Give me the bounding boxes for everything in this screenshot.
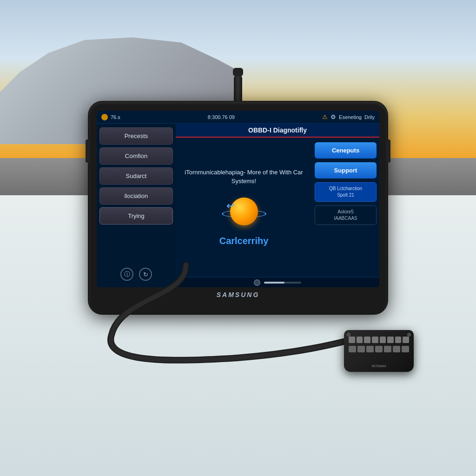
obd-pin [366,346,374,352]
info2-line1: Aolore5 [319,209,372,215]
obd-pin [387,337,394,343]
obd-pin [364,337,370,343]
center-panel: iTornmunicablehapiag- More of the With C… [176,138,312,277]
app-body: iTornmunicablehapiag- More of the With C… [176,138,379,277]
status-left: 76.s [101,114,120,120]
obd-pin [349,346,356,352]
info1-line2: Spolt 21 [319,192,372,198]
sidebar-bottom: ⓘ ↻ [99,265,173,284]
app-title: OBBD-I Diagnotifly [248,126,307,134]
main-content: Precests Comfion Sudarct llociation Tryi… [97,124,379,287]
signal-value: 76.s [111,114,120,120]
tablet-device: 76.s 8:300.76 09 ⚠ ⚙ Eseneting Drily Pre… [89,102,387,313]
obd-pin [395,337,402,343]
app-tagline: iTornmunicablehapiag- More of the With C… [180,168,307,185]
obd-pin [393,346,400,352]
sidebar-item-precests[interactable]: Precests [99,127,173,145]
info1-line1: QB Lctcharction [319,185,372,192]
settings-label: Eseneting [339,114,362,120]
antenna [234,74,242,105]
ceneputs-button[interactable]: Ceneputs [315,142,377,159]
slider-fill [264,282,284,284]
sidebar-item-comfion[interactable]: Comfion [99,147,173,165]
logo-container: ↩ [221,193,267,230]
right-panel: Ceneputs Support QB Lctcharction Spolt 2… [312,138,379,277]
obd-connector-body: NITMAN [344,330,414,372]
screw-tl [347,333,350,337]
obd-pin [349,337,355,343]
sidebar-item-sudarct[interactable]: Sudarct [99,167,173,185]
bottom-slider-bar [176,277,379,287]
brand-name: Carlcerrihy [219,236,269,246]
obd-connector: NITMAN [344,330,414,374]
info-box-2: Aolore5 IAABCAAS [315,205,377,225]
obd-pin [372,337,378,343]
info-box-1: QB Lctcharction Spolt 21 [315,182,377,202]
obd-pins-row1 [349,337,409,343]
refresh-icon-btn[interactable]: ↻ [139,268,152,281]
gear-icon: ⚙ [331,113,336,120]
sidebar-item-trying[interactable]: Trying [99,207,173,225]
info2-line2: IAABCAAS [319,215,372,222]
obd-pin [384,346,391,352]
mode-label: Drily [364,114,375,120]
sidebar-item-llociation[interactable]: llociation [99,187,173,205]
status-right: ⚠ ⚙ Eseneting Drily [322,113,375,120]
antenna-tip [233,68,243,76]
samsung-brand: SAMSUNG [97,287,379,300]
obd-pin [357,346,365,352]
status-bar: 76.s 8:300.76 09 ⚠ ⚙ Eseneting Drily [97,111,379,124]
sidebar: Precests Comfion Sudarct llociation Tryi… [97,124,176,287]
status-time: 8:300.76 09 [208,114,235,120]
obd-pin [375,346,383,352]
obd-brand-label: NITMAN [372,364,386,368]
device-wrapper: 76.s 8:300.76 09 ⚠ ⚙ Eseneting Drily Pre… [89,102,387,313]
support-button[interactable]: Support [315,162,377,178]
signal-icon [101,114,108,120]
content-area: OBBD-I Diagnotifly iTornmunicablehapiag-… [176,124,379,287]
alert-icon: ⚠ [322,113,328,120]
obd-pin [357,337,363,343]
orbit-arrow-icon: ↩ [226,200,235,212]
screw-tr [407,333,411,337]
obd-pin [380,337,386,343]
slider-dot [254,279,260,286]
slider-track[interactable] [264,282,301,284]
screen: 76.s 8:300.76 09 ⚠ ⚙ Eseneting Drily Pre… [97,111,379,287]
obd-pin [402,346,409,352]
app-title-bar: OBBD-I Diagnotifly [176,124,379,138]
info-icon-btn[interactable]: ⓘ [120,268,133,281]
obd-pin [403,337,409,343]
obd-pins-row2 [349,346,409,352]
